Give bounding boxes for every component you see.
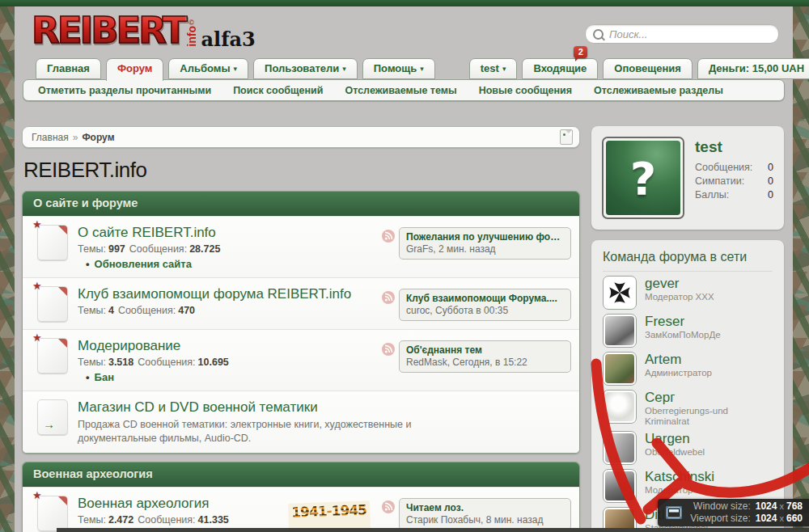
forum-category-archaeology: Военная археология ★ Военная археология … [22,462,580,532]
rss-icon[interactable] [382,343,395,356]
search-box[interactable] [585,24,779,44]
logo-text: REIBERT [32,11,185,50]
member-role: Администратор [645,368,712,378]
stat-value: 41.335 [198,514,229,526]
breadcrumb-home-link[interactable]: Главная [32,132,69,143]
tab-users[interactable]: Пользователи▾ [253,58,358,79]
member-name[interactable]: gever [645,276,714,291]
forum-title-link[interactable]: Военная археология [78,496,209,512]
member-avatar[interactable] [603,390,637,424]
tab-forum[interactable]: Форум [106,58,163,81]
user-stat-row: Сообщения: 0 [695,161,773,175]
subforum-link[interactable]: Обновления сайта [86,258,192,270]
stat-value: 0 [768,161,773,175]
breadcrumb-separator: » [73,132,78,143]
staff-online-title[interactable]: Команда форума в сети [603,250,773,272]
tab-account[interactable]: test▾ [469,58,518,79]
member-name[interactable]: Katschinski [645,469,714,484]
latest-post-meta: Старик Похабыч, 8 мин. назад [406,514,564,526]
staff-member[interactable]: Katschinski Модератор [603,469,773,503]
portrait-photo-avatar [605,316,634,345]
camo-background-left [0,6,15,532]
member-info: Katschinski Модератор [645,469,714,496]
subforum-links: Обновления сайта [86,258,372,270]
tab-inbox[interactable]: Входящие2 [522,58,598,79]
latest-post-box[interactable]: Пожелания по улучшению форума GraFs, 2 м… [399,227,571,260]
subnav-search-posts[interactable]: Поиск сообщений [233,85,323,96]
member-avatar[interactable] [603,431,637,465]
staff-member[interactable]: Uargen Oberfeldwebel [603,431,773,465]
subnav-watched-threads[interactable]: Отслеживаемые темы [345,85,456,96]
stat-label: Темы: [78,305,106,316]
camo-background-right [793,6,809,532]
staff-member[interactable]: Серг Oberregierungs-und Kriminalrat [603,390,773,427]
username-link[interactable]: test [695,138,773,156]
link-arrow-icon: → [43,419,55,430]
latest-post-box[interactable]: Читаем лоз. Старик Похабыч, 8 мин. назад [399,498,571,530]
subnav-new-posts[interactable]: Новые сообщения [479,85,572,96]
forum-row-cd-shop[interactable]: → Магазин CD и DVD военной тематики Прод… [23,391,579,453]
tab-label: Альбомы [180,62,230,74]
subnav-watched-forums[interactable]: Отслеживаемые разделы [594,85,723,96]
user-avatar[interactable]: ? [602,137,684,219]
stat-label: Симпатии: [695,175,744,188]
tab-label: Оповещения [614,62,681,74]
forum-row-mutual-aid[interactable]: ★ Клуб взаимопомощи форума REIBERT.info … [23,277,579,329]
site-logo[interactable]: REIBERT © info alfa3 [22,6,299,50]
member-info: gever Модератор XXX [645,276,714,302]
staff-member[interactable]: Artem Администратор [603,352,773,386]
corner-fold-icon [58,287,67,296]
subforum-label: Обновления сайта [95,258,192,270]
search-input[interactable] [604,28,778,40]
member-name[interactable]: Freser [645,314,721,329]
forum-row-moderation[interactable]: ★ Модерирование Темы:3.518Сообщения:10.6… [23,329,579,391]
member-avatar[interactable] [603,276,637,310]
member-name[interactable]: Серг [645,390,773,405]
forum-subnav: Отметить разделы прочитанными Поиск сооб… [23,79,785,101]
forum-title-link[interactable]: О сайте REIBERT.info [78,225,216,241]
logo-info: © info [187,19,197,47]
member-info: Uargen Oberfeldwebel [645,431,705,458]
forum-title-link[interactable]: Модерирование [78,338,180,354]
tab-alerts[interactable]: Оповещения [603,58,693,79]
stat-label: Сообщения: [695,161,752,175]
stat-label: Баллы: [695,188,729,202]
chevron-down-icon: ▾ [502,65,506,73]
stat-value: 4 [108,305,114,316]
member-name[interactable]: Artem [645,352,712,367]
stat-value: 10.695 [198,357,229,368]
member-avatar[interactable] [603,314,637,348]
member-avatar[interactable] [603,352,637,386]
chevron-down-icon: ▾ [420,65,424,73]
rss-icon[interactable] [382,500,395,513]
forum-info: О сайте REIBERT.info Темы:997Сообщения:2… [78,225,372,270]
category-header-about[interactable]: О сайте и форуме [23,192,579,216]
rss-icon[interactable] [382,230,395,243]
tab-albums[interactable]: Альбомы▾ [168,58,248,79]
member-avatar[interactable] [603,469,637,503]
staff-member[interactable]: Freser ЗамКомПоМорДе [603,314,773,348]
category-header-archaeology[interactable]: Военная археология [23,462,579,487]
tab-home[interactable]: Главная [36,58,101,79]
stat-value: 2.472 [108,514,133,526]
page-jump-icon[interactable] [560,129,573,145]
viewport-bottom-edge [57,528,809,532]
latest-post-box[interactable]: Об'єднання тем RedMask, Сегодня, в 15:22 [399,340,571,373]
forum-row-about-site[interactable]: ★ О сайте REIBERT.info Темы:997Сообщения… [23,216,579,277]
sketch-portrait-avatar [605,392,634,421]
member-role: Oberregierungs-und Kriminalrat [645,406,773,427]
forum-title-link[interactable]: Клуб взаимопомощи форума REIBERT.info [78,286,351,302]
forum-status-icon: ★ [37,496,68,531]
forum-row-archaeology[interactable]: ★ Военная археология Темы:2.472Сообщения… [23,487,579,532]
tab-help[interactable]: Помощь▾ [362,58,435,79]
latest-post-box[interactable]: Клуб взаимопомощи Форума.... curoc, Субб… [399,289,571,321]
member-name[interactable]: Uargen [645,431,705,446]
staff-member[interactable]: gever Модератор XXX [603,276,773,310]
stat-label: Сообщения: [138,357,195,368]
stat-value: 28.725 [189,243,220,255]
subforum-link[interactable]: Бан [86,371,114,383]
tab-money[interactable]: Деньги: 15,00 UAH [697,58,809,79]
subnav-mark-read[interactable]: Отметить разделы прочитанными [38,85,211,96]
rss-icon[interactable] [382,291,395,304]
forum-title-link[interactable]: Магазин CD и DVD военной тематики [78,399,318,416]
